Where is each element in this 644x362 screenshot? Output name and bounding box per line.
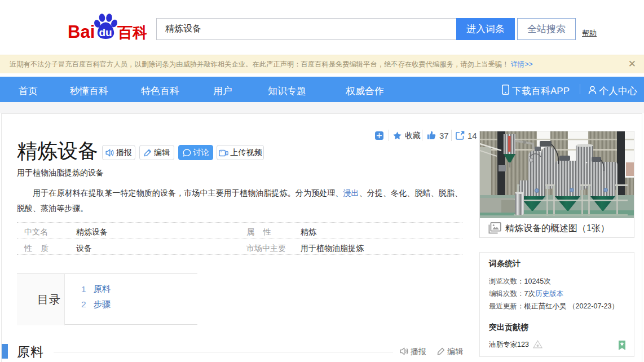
svg-text:du: du: [99, 27, 112, 38]
svg-text:百科: 百科: [117, 24, 147, 41]
svg-text:Bai: Bai: [68, 22, 95, 41]
